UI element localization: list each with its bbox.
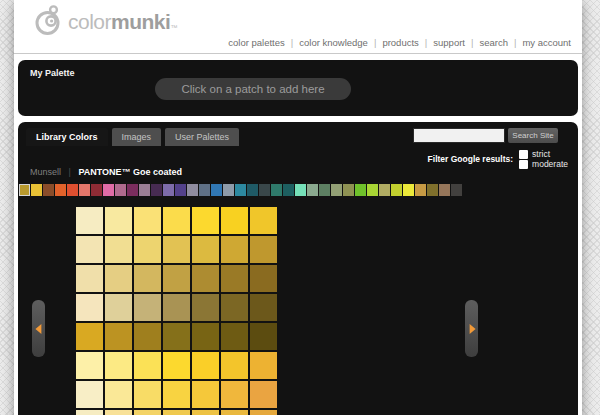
family-swatch[interactable] — [259, 184, 270, 196]
family-swatch[interactable] — [175, 184, 186, 196]
color-patch[interactable] — [76, 207, 103, 234]
family-swatch[interactable] — [391, 184, 402, 196]
family-swatch[interactable] — [139, 184, 150, 196]
color-patch[interactable] — [192, 352, 219, 379]
family-swatch[interactable] — [187, 184, 198, 196]
color-patch[interactable] — [76, 294, 103, 321]
color-patch[interactable] — [221, 352, 248, 379]
color-patch[interactable] — [192, 323, 219, 350]
family-swatch[interactable] — [355, 184, 366, 196]
family-swatch[interactable] — [151, 184, 162, 196]
color-patch[interactable] — [163, 265, 190, 292]
family-swatch[interactable] — [271, 184, 282, 196]
color-patch[interactable] — [250, 410, 277, 415]
family-swatch[interactable] — [115, 184, 126, 196]
family-swatch[interactable] — [79, 184, 90, 196]
colormunki-logo[interactable]: colormunki ™ — [34, 5, 177, 37]
color-patch[interactable] — [134, 236, 161, 263]
add-patch-button[interactable]: Click on a patch to add here — [155, 78, 351, 100]
color-patch[interactable] — [105, 265, 132, 292]
color-patch[interactable] — [76, 352, 103, 379]
color-patch[interactable] — [163, 323, 190, 350]
strict-checkbox[interactable] — [519, 150, 528, 159]
color-patch[interactable] — [192, 294, 219, 321]
color-patch[interactable] — [250, 352, 277, 379]
family-swatch[interactable] — [343, 184, 354, 196]
family-swatch[interactable] — [439, 184, 450, 196]
color-patch[interactable] — [250, 381, 277, 408]
color-patch[interactable] — [134, 323, 161, 350]
color-patch[interactable] — [163, 207, 190, 234]
nav-item-color-knowledge[interactable]: color knowledge — [296, 37, 371, 48]
color-patch[interactable] — [105, 294, 132, 321]
family-swatch[interactable] — [319, 184, 330, 196]
color-patch[interactable] — [221, 294, 248, 321]
color-patch[interactable] — [221, 410, 248, 415]
family-swatch[interactable] — [307, 184, 318, 196]
color-patch[interactable] — [134, 381, 161, 408]
family-swatch[interactable] — [211, 184, 222, 196]
family-swatch[interactable] — [247, 184, 258, 196]
family-swatch[interactable] — [331, 184, 342, 196]
color-patch[interactable] — [105, 236, 132, 263]
family-swatch[interactable] — [235, 184, 246, 196]
color-patch[interactable] — [250, 265, 277, 292]
family-swatch[interactable] — [223, 184, 234, 196]
color-patch[interactable] — [163, 410, 190, 415]
color-patch[interactable] — [221, 236, 248, 263]
family-swatch[interactable] — [295, 184, 306, 196]
color-patch[interactable] — [250, 236, 277, 263]
nav-item-products[interactable]: products — [379, 37, 421, 48]
search-input[interactable] — [413, 128, 505, 143]
family-swatch[interactable] — [427, 184, 438, 196]
scroll-right-button[interactable] — [465, 300, 478, 357]
color-patch[interactable] — [134, 352, 161, 379]
family-swatch[interactable] — [103, 184, 114, 196]
family-swatch[interactable] — [31, 184, 42, 196]
family-swatch[interactable] — [199, 184, 210, 196]
color-patch[interactable] — [105, 352, 132, 379]
color-patch[interactable] — [250, 323, 277, 350]
color-patch[interactable] — [221, 381, 248, 408]
color-patch[interactable] — [221, 265, 248, 292]
color-patch[interactable] — [163, 381, 190, 408]
tab-library-colors[interactable]: Library Colors — [26, 128, 108, 146]
color-patch[interactable] — [163, 352, 190, 379]
color-patch[interactable] — [76, 410, 103, 415]
color-patch[interactable] — [134, 265, 161, 292]
scroll-left-button[interactable] — [32, 300, 45, 357]
color-patch[interactable] — [134, 410, 161, 415]
color-patch[interactable] — [105, 207, 132, 234]
color-patch[interactable] — [192, 410, 219, 415]
color-patch[interactable] — [192, 236, 219, 263]
family-swatch[interactable] — [127, 184, 138, 196]
color-patch[interactable] — [221, 207, 248, 234]
color-patch[interactable] — [76, 265, 103, 292]
family-swatch[interactable] — [415, 184, 426, 196]
color-patch[interactable] — [134, 294, 161, 321]
family-swatch[interactable] — [55, 184, 66, 196]
color-patch[interactable] — [192, 265, 219, 292]
family-swatch[interactable] — [451, 184, 462, 196]
family-swatch[interactable] — [67, 184, 78, 196]
nav-item-support[interactable]: support — [430, 37, 468, 48]
nav-item-my-account[interactable]: my account — [519, 37, 574, 48]
color-patch[interactable] — [76, 236, 103, 263]
tab-user-palettes[interactable]: User Palettes — [165, 128, 239, 146]
color-patch[interactable] — [76, 381, 103, 408]
color-patch[interactable] — [76, 323, 103, 350]
tab-images[interactable]: Images — [112, 128, 162, 146]
color-patch[interactable] — [250, 294, 277, 321]
color-patch[interactable] — [105, 323, 132, 350]
family-swatch[interactable] — [379, 184, 390, 196]
color-patch[interactable] — [134, 207, 161, 234]
color-patch[interactable] — [105, 410, 132, 415]
nav-item-color-palettes[interactable]: color palettes — [225, 37, 288, 48]
family-swatch[interactable] — [43, 184, 54, 196]
search-site-button[interactable]: Search Site — [508, 128, 558, 143]
color-patch[interactable] — [163, 236, 190, 263]
color-patch[interactable] — [163, 294, 190, 321]
family-swatch[interactable] — [91, 184, 102, 196]
family-swatch[interactable] — [283, 184, 294, 196]
color-patch[interactable] — [221, 323, 248, 350]
